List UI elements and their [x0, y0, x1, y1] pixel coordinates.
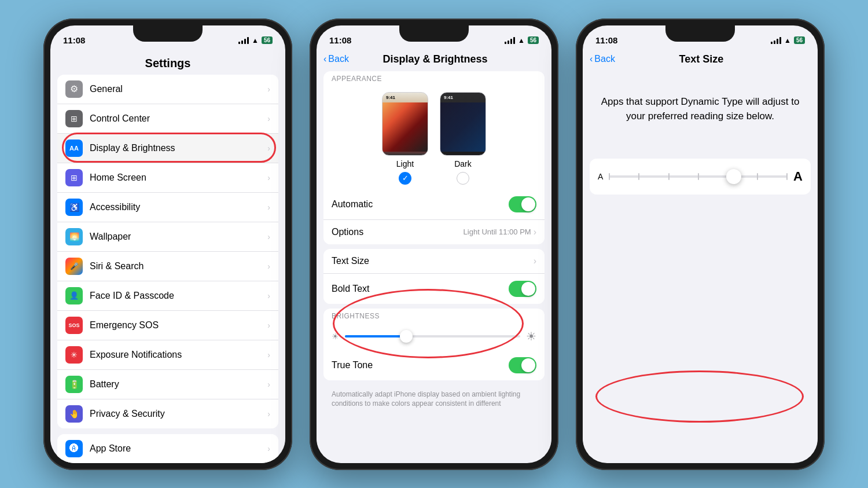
control-center-label: Control Center	[90, 113, 267, 124]
text-size-chevron: ›	[534, 256, 536, 266]
toggle-knob-bold	[521, 282, 535, 296]
settings-item-privacy[interactable]: 🤚 Privacy & Security ›	[57, 399, 278, 428]
appearance-label: APPEARANCE	[323, 71, 545, 85]
appearance-cards: 9:41 Light ✓ 9:41	[323, 85, 545, 189]
settings-item-control-center[interactable]: ⊞ Control Center ›	[57, 104, 278, 134]
options-label: Options	[332, 227, 464, 237]
chevron-icon: ›	[267, 114, 270, 123]
dark-mode-radio[interactable]	[457, 172, 469, 185]
bold-text-row: Bold Text	[323, 274, 545, 304]
settings-item-general[interactable]: ⚙ General ›	[57, 75, 278, 104]
siri-label: Siri & Search	[90, 261, 267, 271]
home-screen-icon: ⊞	[65, 169, 83, 186]
appstore-label: App Store	[90, 443, 267, 454]
settings-item-display[interactable]: AA Display & Brightness ›	[57, 134, 278, 163]
text-size-description: Apps that support Dynamic Type will adju…	[583, 71, 818, 159]
chevron-icon: ›	[267, 173, 270, 182]
dark-preview-wallpaper	[440, 102, 486, 152]
chevron-icon: ›	[267, 350, 270, 359]
accessibility-icon: ♿	[65, 199, 83, 216]
settings-group-1: ⚙ General › ⊞ Control Center › AA Displa…	[57, 75, 278, 428]
text-size-track[interactable]	[609, 175, 788, 178]
settings-item-sos[interactable]: SOS Emergency SOS ›	[57, 311, 278, 340]
battery-label: Battery	[90, 379, 267, 390]
dark-mode-card[interactable]: 9:41 Dark	[440, 92, 486, 185]
options-chevron: ›	[534, 227, 536, 237]
nav-bar-2: ‹ Back Display & Brightness	[317, 51, 551, 71]
brightness-thumb	[400, 330, 413, 343]
back-label-2: Back	[328, 54, 349, 64]
home-screen-label: Home Screen	[90, 173, 267, 183]
light-preview-status: 9:41	[382, 93, 428, 102]
accessibility-label: Accessibility	[90, 202, 267, 212]
back-chevron-3: ‹	[590, 54, 593, 64]
phone3-frame: 11:08 ▲ 56 ‹ Back Text Size Apps that su…	[576, 19, 825, 470]
options-row[interactable]: Options Light Until 11:00 PM ›	[323, 220, 545, 244]
sos-label: Emergency SOS	[90, 320, 267, 331]
chevron-icon: ›	[267, 444, 270, 453]
light-mode-radio[interactable]: ✓	[399, 172, 411, 185]
light-mode-card[interactable]: 9:41 Light ✓	[382, 92, 428, 185]
text-size-row[interactable]: Text Size ›	[323, 249, 545, 274]
brightness-low-icon: ☀	[332, 332, 339, 341]
phone1-screen: 11:08 ▲ 56 Settings ⚙ General › ⊞	[50, 25, 285, 463]
settings-item-faceid[interactable]: 👤 Face ID & Passcode ›	[57, 281, 278, 311]
text-size-thumb	[726, 169, 741, 184]
privacy-icon: 🤚	[65, 405, 83, 423]
display-brightness-title: Display & Brightness	[349, 53, 521, 65]
wallpaper-label: Wallpaper	[90, 232, 267, 242]
chevron-icon: ›	[267, 144, 270, 153]
status-icons-3: ▲ 56	[771, 36, 805, 45]
true-tone-row: True Tone	[323, 350, 545, 380]
text-section: Text Size › Bold Text	[323, 249, 545, 304]
bold-text-toggle[interactable]	[509, 281, 536, 297]
faceid-label: Face ID & Passcode	[90, 291, 267, 301]
settings-item-exposure[interactable]: ✳ Exposure Notifications ›	[57, 340, 278, 370]
light-mode-label: Light	[396, 159, 414, 168]
phone2-frame: 11:08 ▲ 56 ‹ Back Display & Brightness A…	[310, 19, 558, 470]
settings-group-2: 🅐 App Store › 💳 Wallet & Apple Pay ›	[57, 434, 278, 463]
notch	[665, 25, 735, 42]
phone1-frame: 11:08 ▲ 56 Settings ⚙ General › ⊞	[43, 19, 292, 470]
tick-7	[786, 173, 788, 180]
back-button-3[interactable]: ‹ Back	[590, 54, 615, 64]
settings-item-accessibility[interactable]: ♿ Accessibility ›	[57, 193, 278, 222]
signal-icon-3	[771, 37, 781, 44]
chevron-icon: ›	[267, 262, 270, 271]
status-time-3: 11:08	[595, 35, 617, 45]
display-content: APPEARANCE 9:41 Light ✓	[317, 71, 551, 414]
true-tone-desc: Automatically adapt iPhone display based…	[323, 385, 545, 414]
tick-3	[668, 173, 670, 180]
back-button-2[interactable]: ‹ Back	[323, 54, 349, 64]
brightness-high-icon: ☀	[526, 329, 536, 343]
dark-preview-status: 9:41	[440, 93, 486, 102]
status-icons-1: ▲ 56	[238, 36, 273, 45]
back-label-3: Back	[594, 54, 615, 64]
brightness-slider[interactable]	[345, 335, 520, 337]
true-tone-toggle[interactable]	[509, 357, 536, 373]
exposure-icon: ✳	[65, 346, 83, 364]
tick-1	[609, 173, 610, 180]
wifi-icon-2: ▲	[518, 36, 525, 45]
automatic-toggle[interactable]	[509, 196, 536, 212]
general-label: General	[90, 84, 267, 94]
phone3-screen: 11:08 ▲ 56 ‹ Back Text Size Apps that su…	[583, 25, 818, 463]
general-icon: ⚙	[65, 80, 83, 98]
automatic-row: Automatic	[323, 189, 545, 220]
wifi-icon-3: ▲	[784, 36, 791, 45]
brightness-section: BRIGHTNESS ☀ ☀ True Tone	[323, 309, 545, 380]
wifi-icon: ▲	[252, 36, 259, 45]
settings-item-battery[interactable]: 🔋 Battery ›	[57, 370, 278, 399]
light-preview-wallpaper	[382, 102, 428, 152]
settings-item-wallpaper[interactable]: 🌅 Wallpaper ›	[57, 222, 278, 252]
back-chevron-2: ‹	[323, 54, 326, 64]
battery-icon: 🔋	[65, 376, 83, 393]
battery-badge-2: 56	[528, 36, 539, 44]
dark-mode-preview: 9:41	[440, 92, 486, 156]
settings-item-home-screen[interactable]: ⊞ Home Screen ›	[57, 163, 278, 193]
status-icons-2: ▲ 56	[505, 36, 539, 45]
battery-badge-3: 56	[794, 36, 805, 44]
settings-item-appstore[interactable]: 🅐 App Store ›	[57, 434, 278, 463]
settings-item-siri[interactable]: 🎤 Siri & Search ›	[57, 252, 278, 281]
tick-4	[698, 173, 699, 180]
